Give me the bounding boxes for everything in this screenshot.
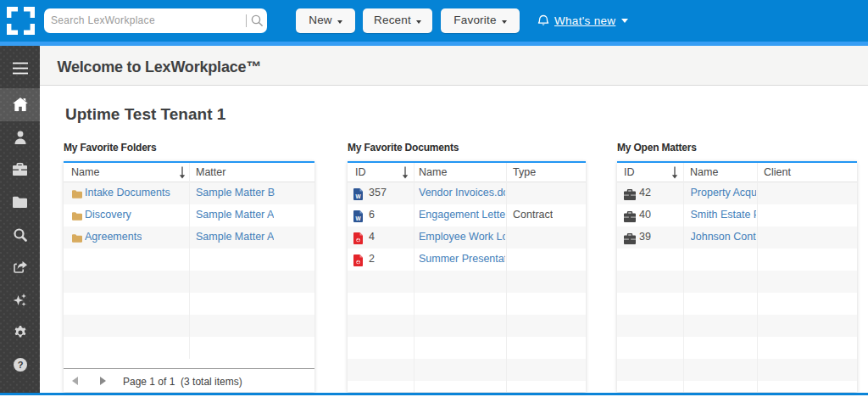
svg-text:W: W: [355, 215, 361, 221]
svg-text:W: W: [355, 193, 361, 198]
svg-text:?: ?: [17, 360, 23, 370]
